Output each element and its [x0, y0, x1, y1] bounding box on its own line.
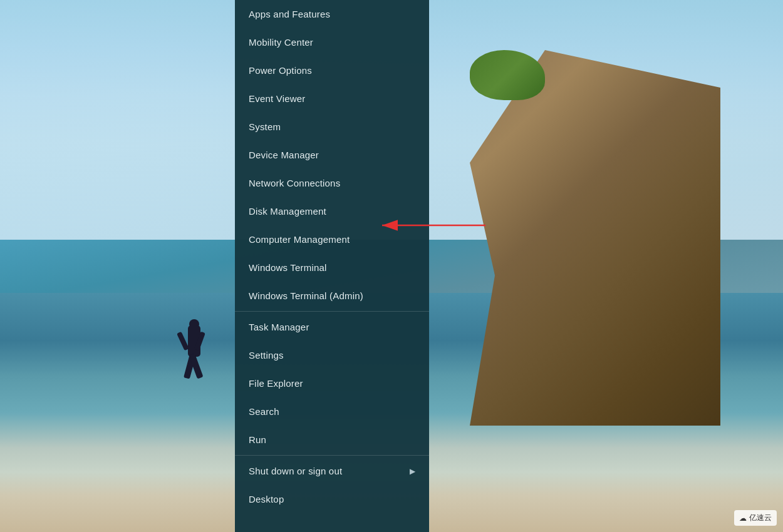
menu-item-power-options[interactable]: Power Options: [235, 56, 429, 84]
menu-item-label-power-options: Power Options: [249, 65, 312, 76]
menu-item-label-file-explorer: File Explorer: [249, 378, 303, 389]
cliff: [470, 50, 720, 426]
menu-item-label-computer-management: Computer Management: [249, 234, 350, 245]
menu-item-windows-terminal[interactable]: Windows Terminal: [235, 253, 429, 282]
menu-item-event-viewer[interactable]: Event Viewer: [235, 84, 429, 113]
menu-item-label-settings: Settings: [249, 350, 284, 361]
watermark: ☁ 亿速云: [734, 510, 777, 526]
menu-item-label-desktop: Desktop: [249, 494, 284, 504]
menu-item-mobility-center[interactable]: Mobility Center: [235, 28, 429, 56]
arrow-annotation: [376, 213, 489, 240]
menu-item-label-run: Run: [249, 434, 266, 445]
menu-item-label-mobility-center: Mobility Center: [249, 37, 313, 48]
runner-silhouette: [175, 319, 213, 394]
menu-item-windows-terminal-admin[interactable]: Windows Terminal (Admin): [235, 282, 429, 310]
menu-item-label-apps-features: Apps and Features: [249, 9, 330, 19]
watermark-text: 亿速云: [749, 513, 772, 523]
menu-item-label-network-connections: Network Connections: [249, 178, 340, 188]
menu-item-label-task-manager: Task Manager: [249, 322, 309, 332]
menu-item-label-windows-terminal: Windows Terminal: [249, 262, 327, 273]
menu-item-run[interactable]: Run: [235, 426, 429, 454]
menu-item-label-system: System: [249, 121, 281, 132]
menu-item-arrow-shutdown-signout: ▶: [410, 467, 415, 476]
menu-item-shutdown-signout[interactable]: Shut down or sign out▶: [235, 457, 429, 485]
menu-item-label-search: Search: [249, 406, 279, 417]
menu-item-label-device-manager: Device Manager: [249, 150, 319, 160]
menu-item-label-disk-management: Disk Management: [249, 206, 326, 217]
menu-item-device-manager[interactable]: Device Manager: [235, 141, 429, 169]
menu-item-search[interactable]: Search: [235, 397, 429, 426]
menu-item-apps-features[interactable]: Apps and Features: [235, 0, 429, 28]
menu-item-file-explorer[interactable]: File Explorer: [235, 369, 429, 397]
menu-item-network-connections[interactable]: Network Connections: [235, 169, 429, 197]
menu-item-system[interactable]: System: [235, 113, 429, 141]
menu-item-label-shutdown-signout: Shut down or sign out: [249, 466, 342, 476]
menu-item-desktop[interactable]: Desktop: [235, 485, 429, 513]
menu-item-task-manager[interactable]: Task Manager: [235, 313, 429, 341]
context-menu: Apps and FeaturesMobility CenterPower Op…: [235, 0, 429, 532]
menu-divider: [235, 455, 429, 456]
menu-divider: [235, 311, 429, 312]
menu-item-label-event-viewer: Event Viewer: [249, 93, 306, 104]
menu-item-label-windows-terminal-admin: Windows Terminal (Admin): [249, 290, 363, 301]
menu-item-settings[interactable]: Settings: [235, 341, 429, 369]
watermark-icon: ☁: [739, 514, 747, 523]
